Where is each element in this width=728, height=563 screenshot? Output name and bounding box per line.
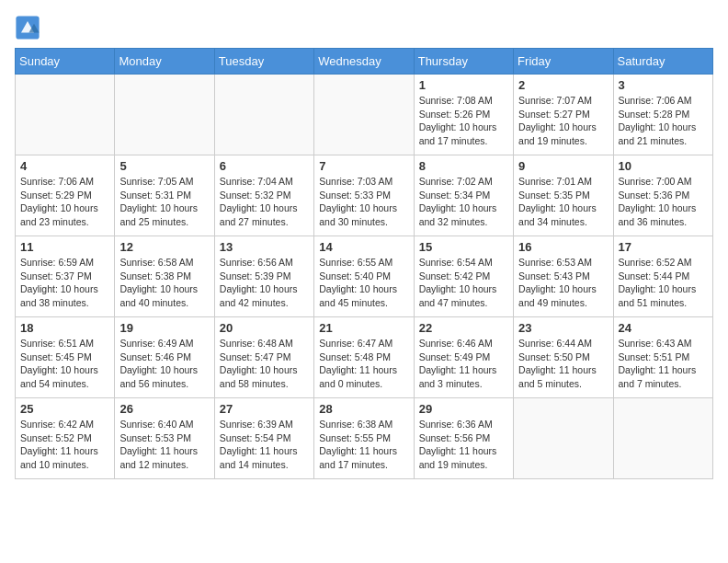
day-number: 24	[619, 321, 708, 335]
day-number: 26	[119, 402, 209, 416]
column-header-wednesday: Wednesday	[314, 49, 414, 75]
day-info: Sunrise: 6:52 AMSunset: 5:44 PMDaylight:…	[619, 256, 708, 310]
calendar-cell	[214, 75, 313, 155]
day-info: Sunrise: 6:47 AMSunset: 5:48 PMDaylight:…	[319, 337, 408, 391]
day-number: 16	[518, 240, 608, 254]
calendar-cell: 13Sunrise: 6:56 AMSunset: 5:39 PMDayligh…	[214, 236, 313, 317]
day-info: Sunrise: 7:04 AMSunset: 5:32 PMDaylight:…	[220, 175, 309, 229]
day-number: 15	[419, 240, 508, 254]
day-number: 3	[619, 78, 708, 92]
day-number: 8	[419, 159, 508, 173]
day-info: Sunrise: 6:44 AMSunset: 5:50 PMDaylight:…	[518, 337, 608, 391]
calendar-cell: 28Sunrise: 6:38 AMSunset: 5:55 PMDayligh…	[314, 398, 414, 479]
day-info: Sunrise: 7:05 AMSunset: 5:31 PMDaylight:…	[119, 175, 209, 229]
day-info: Sunrise: 6:39 AMSunset: 5:54 PMDaylight:…	[220, 418, 309, 472]
day-number: 22	[419, 321, 508, 335]
calendar-table: SundayMondayTuesdayWednesdayThursdayFrid…	[15, 48, 713, 479]
calendar-cell	[314, 75, 414, 155]
day-number: 12	[119, 240, 209, 254]
calendar-week-4: 18Sunrise: 6:51 AMSunset: 5:45 PMDayligh…	[16, 317, 713, 398]
day-info: Sunrise: 7:01 AMSunset: 5:35 PMDaylight:…	[518, 175, 608, 229]
day-number: 9	[518, 159, 608, 173]
calendar-cell: 25Sunrise: 6:42 AMSunset: 5:52 PMDayligh…	[16, 398, 115, 479]
column-header-saturday: Saturday	[613, 49, 712, 75]
day-number: 21	[319, 321, 408, 335]
calendar-cell: 24Sunrise: 6:43 AMSunset: 5:51 PMDayligh…	[613, 317, 712, 398]
calendar-cell: 4Sunrise: 7:06 AMSunset: 5:29 PMDaylight…	[16, 155, 115, 236]
calendar-cell: 23Sunrise: 6:44 AMSunset: 5:50 PMDayligh…	[514, 317, 613, 398]
day-number: 6	[220, 159, 309, 173]
day-info: Sunrise: 6:59 AMSunset: 5:37 PMDaylight:…	[20, 256, 109, 310]
calendar-cell	[16, 75, 115, 155]
day-info: Sunrise: 6:46 AMSunset: 5:49 PMDaylight:…	[419, 337, 508, 391]
day-number: 29	[419, 402, 508, 416]
logo-icon	[15, 15, 40, 40]
calendar-cell: 21Sunrise: 6:47 AMSunset: 5:48 PMDayligh…	[314, 317, 414, 398]
day-info: Sunrise: 6:55 AMSunset: 5:40 PMDaylight:…	[319, 256, 408, 310]
calendar-cell: 1Sunrise: 7:08 AMSunset: 5:26 PMDaylight…	[414, 75, 513, 155]
column-header-thursday: Thursday	[414, 49, 513, 75]
calendar-cell: 14Sunrise: 6:55 AMSunset: 5:40 PMDayligh…	[314, 236, 414, 317]
calendar-cell: 27Sunrise: 6:39 AMSunset: 5:54 PMDayligh…	[214, 398, 313, 479]
day-info: Sunrise: 7:07 AMSunset: 5:27 PMDaylight:…	[518, 94, 608, 148]
column-header-sunday: Sunday	[16, 49, 115, 75]
day-info: Sunrise: 7:00 AMSunset: 5:36 PMDaylight:…	[619, 175, 708, 229]
calendar-cell	[115, 75, 214, 155]
day-number: 2	[518, 78, 608, 92]
day-info: Sunrise: 7:06 AMSunset: 5:28 PMDaylight:…	[619, 94, 708, 148]
day-info: Sunrise: 6:49 AMSunset: 5:46 PMDaylight:…	[119, 337, 209, 391]
day-number: 11	[20, 240, 109, 254]
calendar-cell	[514, 398, 613, 479]
calendar-cell: 18Sunrise: 6:51 AMSunset: 5:45 PMDayligh…	[16, 317, 115, 398]
calendar-header-row: SundayMondayTuesdayWednesdayThursdayFrid…	[16, 49, 713, 75]
day-number: 5	[119, 159, 209, 173]
day-info: Sunrise: 6:42 AMSunset: 5:52 PMDaylight:…	[20, 418, 109, 472]
day-number: 20	[220, 321, 309, 335]
calendar-week-3: 11Sunrise: 6:59 AMSunset: 5:37 PMDayligh…	[16, 236, 713, 317]
calendar-cell: 17Sunrise: 6:52 AMSunset: 5:44 PMDayligh…	[613, 236, 712, 317]
calendar-cell: 29Sunrise: 6:36 AMSunset: 5:56 PMDayligh…	[414, 398, 513, 479]
day-number: 14	[319, 240, 408, 254]
column-header-friday: Friday	[514, 49, 613, 75]
day-number: 25	[20, 402, 109, 416]
calendar-week-5: 25Sunrise: 6:42 AMSunset: 5:52 PMDayligh…	[16, 398, 713, 479]
day-info: Sunrise: 6:58 AMSunset: 5:38 PMDaylight:…	[119, 256, 209, 310]
calendar-cell: 22Sunrise: 6:46 AMSunset: 5:49 PMDayligh…	[414, 317, 513, 398]
calendar-cell: 15Sunrise: 6:54 AMSunset: 5:42 PMDayligh…	[414, 236, 513, 317]
calendar-cell: 19Sunrise: 6:49 AMSunset: 5:46 PMDayligh…	[115, 317, 214, 398]
day-number: 10	[619, 159, 708, 173]
calendar-cell: 20Sunrise: 6:48 AMSunset: 5:47 PMDayligh…	[214, 317, 313, 398]
calendar-cell: 11Sunrise: 6:59 AMSunset: 5:37 PMDayligh…	[16, 236, 115, 317]
day-number: 4	[20, 159, 109, 173]
calendar-cell: 12Sunrise: 6:58 AMSunset: 5:38 PMDayligh…	[115, 236, 214, 317]
day-info: Sunrise: 6:43 AMSunset: 5:51 PMDaylight:…	[619, 337, 708, 391]
column-header-monday: Monday	[115, 49, 214, 75]
day-info: Sunrise: 6:36 AMSunset: 5:56 PMDaylight:…	[419, 418, 508, 472]
column-header-tuesday: Tuesday	[214, 49, 313, 75]
day-info: Sunrise: 6:54 AMSunset: 5:42 PMDaylight:…	[419, 256, 508, 310]
calendar-cell: 6Sunrise: 7:04 AMSunset: 5:32 PMDaylight…	[214, 155, 313, 236]
calendar-cell: 10Sunrise: 7:00 AMSunset: 5:36 PMDayligh…	[613, 155, 712, 236]
day-info: Sunrise: 6:56 AMSunset: 5:39 PMDaylight:…	[220, 256, 309, 310]
calendar-cell: 3Sunrise: 7:06 AMSunset: 5:28 PMDaylight…	[613, 75, 712, 155]
day-info: Sunrise: 7:02 AMSunset: 5:34 PMDaylight:…	[419, 175, 508, 229]
calendar-cell: 16Sunrise: 6:53 AMSunset: 5:43 PMDayligh…	[514, 236, 613, 317]
day-number: 28	[319, 402, 408, 416]
day-info: Sunrise: 6:53 AMSunset: 5:43 PMDaylight:…	[518, 256, 608, 310]
day-info: Sunrise: 7:03 AMSunset: 5:33 PMDaylight:…	[319, 175, 408, 229]
logo	[15, 15, 44, 40]
day-info: Sunrise: 7:06 AMSunset: 5:29 PMDaylight:…	[20, 175, 109, 229]
day-number: 19	[119, 321, 209, 335]
day-number: 23	[518, 321, 608, 335]
day-number: 17	[619, 240, 708, 254]
page-header	[15, 15, 713, 40]
calendar-cell	[613, 398, 712, 479]
calendar-cell: 8Sunrise: 7:02 AMSunset: 5:34 PMDaylight…	[414, 155, 513, 236]
day-info: Sunrise: 6:48 AMSunset: 5:47 PMDaylight:…	[220, 337, 309, 391]
calendar-cell: 2Sunrise: 7:07 AMSunset: 5:27 PMDaylight…	[514, 75, 613, 155]
calendar-cell: 7Sunrise: 7:03 AMSunset: 5:33 PMDaylight…	[314, 155, 414, 236]
day-number: 13	[220, 240, 309, 254]
calendar-cell: 9Sunrise: 7:01 AMSunset: 5:35 PMDaylight…	[514, 155, 613, 236]
calendar-cell: 5Sunrise: 7:05 AMSunset: 5:31 PMDaylight…	[115, 155, 214, 236]
day-info: Sunrise: 7:08 AMSunset: 5:26 PMDaylight:…	[419, 94, 508, 148]
